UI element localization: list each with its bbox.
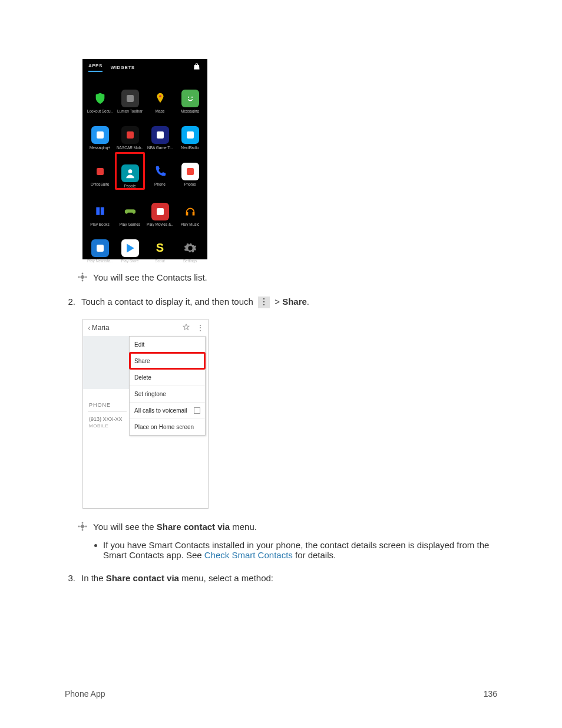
headphones-icon	[181, 203, 199, 220]
app-play-store[interactable]: Play Store	[115, 229, 145, 263]
app-photos[interactable]: Photos	[175, 152, 205, 186]
contact-header: ‹ Maria ⋮	[83, 319, 208, 336]
office-icon	[91, 163, 109, 180]
app-nascar-mob-[interactable]: NASCAR Mob..	[115, 116, 145, 150]
svg-rect-19	[81, 529, 83, 531]
film-icon	[151, 203, 169, 220]
app-settings[interactable]: Settings	[175, 229, 205, 263]
tab-apps[interactable]: APPS	[88, 63, 103, 72]
app-label: NBA Game Ti..	[147, 146, 173, 150]
app-phone[interactable]: Phone	[145, 152, 175, 186]
checkbox-icon[interactable]	[194, 407, 200, 414]
contact-name: Maria	[92, 324, 182, 332]
bullet-text: If you have Smart Contacts installed in …	[103, 540, 497, 560]
app-grid: Lookout Secu..Lumen ToolbarMapsMessaging…	[82, 75, 207, 266]
screenshot-app-drawer: APPS WIDGETS Lookout Secu..Lumen Toolbar…	[82, 59, 207, 259]
svg-point-2	[187, 96, 189, 97]
drawer-tabs: APPS WIDGETS	[82, 59, 207, 75]
step-3: 3. In the Share contact via menu, select…	[65, 573, 497, 583]
svg-rect-22	[80, 524, 85, 529]
gear-icon	[181, 239, 199, 257]
svg-rect-20	[78, 525, 80, 527]
app-officesuite[interactable]: OfficeSuite	[85, 152, 115, 186]
gamepad-icon	[121, 203, 139, 220]
app-scout[interactable]: SScout	[145, 229, 175, 263]
app-nba-game-ti-[interactable]: NBA Game Ti..	[145, 116, 175, 150]
tab-widgets[interactable]: WIDGETS	[111, 65, 135, 70]
svg-rect-7	[187, 131, 194, 139]
note-share-menu: You will see the Share contact via menu.	[78, 522, 497, 533]
diamond-icon	[78, 272, 87, 284]
plus-icon	[91, 126, 109, 144]
app-maps[interactable]: Maps	[145, 79, 175, 113]
step-number: 3.	[65, 573, 75, 583]
app-lookout-secu-[interactable]: Lookout Secu..	[85, 79, 115, 113]
svg-rect-21	[85, 525, 87, 527]
svg-rect-0	[127, 95, 134, 102]
app-play-games[interactable]: Play Games	[115, 192, 145, 226]
svg-rect-5	[127, 131, 134, 139]
app-play-movies-[interactable]: Play Movies &..	[145, 192, 175, 226]
overflow-icon[interactable]	[258, 297, 270, 308]
app-play-newssta-[interactable]: Play Newssta..	[85, 229, 115, 263]
step-number: 2.	[65, 297, 75, 308]
note-contacts-list: You will see the Contacts list.	[78, 272, 497, 284]
page-footer: Phone App 136	[65, 689, 497, 699]
app-label: Maps	[156, 110, 165, 114]
svg-point-1	[159, 95, 161, 97]
app-play-books[interactable]: Play Books	[85, 192, 115, 226]
svg-point-9	[128, 169, 132, 173]
svg-rect-15	[78, 276, 80, 278]
shield-icon	[91, 90, 109, 107]
play-icon	[121, 239, 139, 257]
app-label: OfficeSuite	[91, 183, 110, 187]
context-menu: EditShareDeleteSet ringtoneAll calls to …	[129, 336, 206, 436]
app-people[interactable]: People	[115, 152, 145, 190]
app-nextradio[interactable]: NextRadio	[175, 116, 205, 150]
phone-type: MOBILE	[89, 423, 108, 429]
menu-item-delete[interactable]: Delete	[130, 369, 205, 386]
menu-item-label: All calls to voicemail	[134, 407, 187, 414]
app-messaging-[interactable]: Messaging+	[85, 116, 115, 150]
footer-page-number: 136	[484, 689, 497, 699]
star-icon[interactable]	[182, 323, 190, 333]
nba-icon	[151, 126, 169, 144]
app-label: Play Movies &..	[147, 223, 173, 227]
app-label: Phone	[154, 183, 166, 187]
app-messaging[interactable]: Messaging	[175, 79, 205, 113]
book-icon	[91, 203, 109, 220]
svg-rect-10	[187, 168, 194, 175]
menu-item-place-on-home-screen[interactable]: Place on Home screen	[130, 419, 205, 435]
menu-item-share[interactable]: Share	[130, 353, 205, 369]
app-label: Play Books	[90, 223, 110, 227]
menu-item-label: Set ringtone	[134, 391, 166, 397]
bullet-icon	[94, 544, 97, 547]
news-icon	[91, 239, 109, 257]
app-label: Scout	[155, 259, 165, 263]
svg-rect-8	[97, 168, 104, 175]
menu-item-all-calls-to-voicemail[interactable]: All calls to voicemail	[130, 402, 205, 419]
step-text: Touch a contact to display it, and then …	[81, 297, 309, 308]
overflow-menu-icon[interactable]: ⋮	[190, 323, 203, 332]
svg-point-3	[191, 96, 192, 97]
shop-icon[interactable]	[193, 62, 201, 72]
app-play-music[interactable]: Play Music	[175, 192, 205, 226]
svg-rect-4	[97, 131, 104, 139]
phone-number: (913) XXX-XX	[89, 416, 123, 422]
contact-avatar	[83, 336, 129, 389]
app-label: Play Newssta..	[87, 259, 113, 263]
svg-rect-11	[157, 208, 164, 215]
menu-item-set-ringtone[interactable]: Set ringtone	[130, 386, 205, 402]
svg-rect-6	[157, 131, 164, 139]
svg-rect-16	[85, 276, 87, 278]
phone-section-label: PHONE	[89, 402, 111, 408]
app-label: Lumen Toolbar	[117, 110, 143, 114]
app-lumen-toolbar[interactable]: Lumen Toolbar	[115, 79, 145, 113]
menu-item-label: Share	[134, 358, 150, 364]
menu-item-label: Delete	[134, 374, 151, 381]
step-text: In the Share contact via menu, select a …	[81, 573, 273, 583]
link-check-smart-contacts[interactable]: Check Smart Contacts	[204, 550, 293, 560]
app-label: Play Store	[121, 259, 139, 263]
back-icon[interactable]: ‹	[88, 323, 91, 332]
menu-item-edit[interactable]: Edit	[130, 337, 205, 353]
